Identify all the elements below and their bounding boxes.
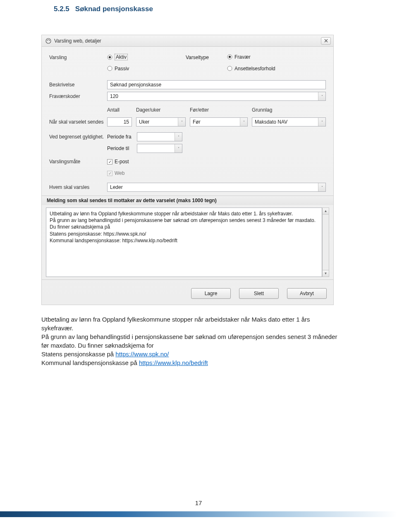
checkbox-epost[interactable]: ✓E-post bbox=[107, 159, 129, 165]
chevron-down-icon: ˅ bbox=[178, 118, 185, 126]
label-varsling: Varsling bbox=[49, 55, 107, 60]
radio-aktiv-label: Aktiv bbox=[115, 54, 128, 60]
radio-passiv[interactable]: Passiv bbox=[107, 66, 129, 72]
body-p1: Utbetaling av lønn fra Oppland fylkeskom… bbox=[41, 315, 339, 332]
footer-accent bbox=[0, 511, 397, 517]
periodefra-select[interactable]: ˅ bbox=[137, 132, 182, 141]
checkbox-web: ✓Web bbox=[107, 170, 124, 176]
hdr-dageruker: Dager/uker bbox=[136, 107, 186, 113]
dialog-window: Varsling web, detaljer Varsling Aktiv Va… bbox=[41, 35, 334, 305]
chevron-down-icon: ˅ bbox=[318, 118, 325, 126]
melding-header: Melding som skal sendes til mottaker av … bbox=[42, 196, 333, 205]
link-klp[interactable]: https://www.klp.no/bedrift bbox=[139, 359, 208, 366]
page-number: 17 bbox=[0, 499, 397, 506]
svg-point-4 bbox=[229, 56, 231, 58]
label-fravaerskoder: Fraværskoder bbox=[49, 93, 107, 99]
foretter-select[interactable]: Før˅ bbox=[190, 117, 248, 126]
lagre-button[interactable]: Lagre bbox=[191, 288, 231, 299]
label-beskrivelse: Beskrivelse bbox=[49, 82, 107, 88]
link-spk[interactable]: https://www.spk.no/ bbox=[115, 351, 169, 358]
fravaerskoder-select[interactable]: 120˅ bbox=[107, 92, 326, 101]
grunnlag-select[interactable]: Maksdato NAV˅ bbox=[252, 117, 326, 126]
body-p4a: Kommunal landspensjonskasse på bbox=[41, 359, 139, 366]
scrollbar[interactable]: ▲ ▼ bbox=[322, 208, 329, 277]
periodetil-select[interactable]: ˅ bbox=[137, 144, 182, 153]
radio-passiv-label: Passiv bbox=[115, 66, 129, 72]
slett-button[interactable]: Slett bbox=[239, 288, 279, 299]
chevron-down-icon: ˅ bbox=[175, 144, 182, 153]
body-p2: På grunn av lang behandlingstid i pensjo… bbox=[41, 332, 339, 350]
scroll-down-icon[interactable]: ▼ bbox=[323, 270, 329, 277]
svg-point-5 bbox=[108, 66, 112, 71]
radio-ansettelse-label: Ansettelsesforhold bbox=[234, 66, 275, 72]
svg-point-2 bbox=[109, 56, 111, 58]
label-periodetil: Periode til bbox=[107, 146, 137, 151]
checkbox-epost-label: E-post bbox=[115, 159, 129, 165]
antall-input[interactable]: 15 bbox=[107, 117, 132, 126]
hdr-antall: Antall bbox=[107, 107, 132, 113]
beskrivelse-input[interactable]: Søknad pensjonskasse bbox=[107, 80, 326, 89]
radio-fravaer[interactable]: Fravær bbox=[227, 54, 251, 60]
body-p3a: Statens pensjonskasse på bbox=[41, 351, 115, 358]
body-paragraphs: Utbetaling av lønn fra Oppland fylkeskom… bbox=[41, 315, 339, 367]
close-icon bbox=[324, 39, 328, 43]
radio-ansettelse[interactable]: Ansettelsesforhold bbox=[227, 66, 275, 72]
label-narsendes: Når skal varselet sendes bbox=[49, 119, 107, 125]
svg-point-6 bbox=[227, 66, 232, 71]
checkbox-web-label: Web bbox=[115, 170, 124, 176]
label-varseltype: Varseltype bbox=[186, 55, 227, 60]
radio-aktiv[interactable]: Aktiv bbox=[107, 54, 128, 60]
chevron-down-icon: ˅ bbox=[318, 183, 325, 191]
label-hvemvarsles: Hvem skal varsles bbox=[49, 184, 107, 190]
section-number: 5.2.5 bbox=[54, 5, 69, 13]
avbryt-button[interactable]: Avbryt bbox=[287, 288, 327, 299]
dageruker-select[interactable]: Uker˅ bbox=[136, 117, 186, 126]
hdr-foretter: Før/etter bbox=[190, 107, 248, 113]
label-vedbegrenset: Ved begrenset gyldighet. bbox=[49, 134, 107, 140]
close-button[interactable] bbox=[321, 37, 331, 45]
hdr-grunnlag: Grunnlag bbox=[252, 107, 326, 113]
titlebar: Varsling web, detaljer bbox=[42, 35, 333, 47]
section-heading: 5.2.5Søknad pensjonskasse bbox=[0, 0, 397, 13]
hvemvarsles-select[interactable]: Leder˅ bbox=[107, 183, 326, 192]
svg-point-0 bbox=[46, 38, 51, 43]
scroll-up-icon[interactable]: ▲ bbox=[323, 208, 329, 215]
chevron-down-icon: ˅ bbox=[175, 133, 182, 141]
radio-fravaer-label: Fravær bbox=[234, 54, 251, 60]
chevron-down-icon: ˅ bbox=[318, 92, 325, 100]
app-icon bbox=[45, 38, 52, 44]
window-title: Varsling web, detaljer bbox=[54, 38, 101, 44]
label-varslingsmate: Varslingsmåte bbox=[49, 159, 107, 165]
melding-textarea[interactable]: Utbetaling av lønn fra Oppland fylkeskom… bbox=[46, 208, 322, 277]
section-title: Søknad pensjonskasse bbox=[75, 5, 153, 13]
label-periodefra: Periode fra bbox=[107, 134, 137, 140]
chevron-down-icon: ˅ bbox=[240, 118, 247, 126]
